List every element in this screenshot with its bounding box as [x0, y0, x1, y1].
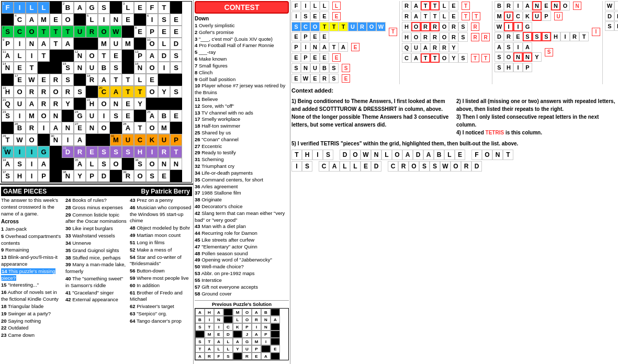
clues-columns: The answer to this week's contest crossw…: [1, 196, 192, 339]
answer-row-horrors: H O R R O R S R: [402, 22, 490, 31]
grid-cell-8-3: R: [38, 98, 50, 110]
grid-cell-4-14: S: [170, 50, 182, 62]
font-row-2: I S C A L L E D C R O S S: [291, 161, 617, 172]
grid-cell-5-10: [122, 62, 134, 74]
grid-cell-11-3: [38, 134, 50, 146]
grid-cell-2-5: T: [62, 26, 74, 38]
grid-cell-10-1: B26: [14, 122, 26, 134]
grid-cell-7-14: S: [170, 86, 182, 98]
grid-cell-4-1: L: [14, 50, 26, 62]
grid-cell-3-3: A: [38, 38, 50, 50]
grid-cell-7-8: C20: [98, 86, 110, 98]
prev-cell-5-3: L: [223, 345, 233, 352]
grid-cell-14-7: P: [86, 170, 98, 182]
prev-cell-3-1: M: [205, 331, 214, 338]
grid-cell-6-6: [74, 74, 86, 86]
grid-cell-5-0: N14: [2, 62, 14, 74]
grid-cell-12-12: I: [146, 146, 158, 158]
grid-cell-1-5: O: [62, 14, 74, 26]
context-item-2: 2) I listed all (missing one or two) ans…: [456, 97, 617, 113]
grid-cell-11-0: T29: [2, 134, 14, 146]
grid-cell-12-6: R: [74, 146, 86, 158]
prev-cell-6-3: S: [223, 352, 233, 360]
grid-cell-2-8: O: [98, 26, 110, 38]
grid-cell-11-4: N30: [50, 134, 62, 146]
grid-cell-5-8: B: [98, 62, 110, 74]
answer-col-b: R A T T L E T R A T T L E: [402, 1, 490, 84]
grid-cell-6-3: E: [38, 74, 50, 86]
grid-cell-10-2: R: [26, 122, 38, 134]
grid-cell-11-9: M31: [110, 134, 122, 146]
grid-cell-4-13: D: [158, 50, 170, 62]
grid-cell-4-7: O: [86, 50, 98, 62]
grid-cell-1-10: E: [122, 14, 134, 26]
prev-cell-0-7: B: [261, 309, 271, 316]
grid-cell-2-4: T: [50, 26, 62, 38]
prev-cell-2-6: I: [252, 323, 261, 331]
grid-cell-7-1: O: [14, 86, 26, 98]
context-item-4: 4) I noticed TETRIS is this column.: [456, 129, 617, 136]
grid-cell-8-7: H22: [86, 98, 98, 110]
prev-cell-2-4: K: [233, 323, 242, 331]
grid-cell-8-13: [158, 98, 170, 110]
col-separator: [399, 1, 400, 84]
grid-cell-4-8: T: [98, 50, 110, 62]
grid-cell-3-1: I: [14, 38, 26, 50]
grid-cell-12-0: W32: [2, 146, 14, 158]
grid-cell-9-1: I: [14, 110, 26, 122]
grid-cell-1-8: I: [98, 14, 110, 26]
grid-cell-5-4: [50, 62, 62, 74]
answer-col-a: F I L L L I S E E E: [291, 1, 397, 84]
grid-cell-14-12: S: [146, 170, 158, 182]
grid-cell-13-3: A: [38, 158, 50, 170]
grid-cell-10-7: N: [86, 122, 98, 134]
grid-cell-6-8: A: [98, 74, 110, 86]
answer-row-pinata: P I N A T A E: [291, 42, 397, 52]
prev-cell-2-5: P: [242, 323, 252, 331]
grid-cell-13-7: L: [86, 158, 98, 170]
grid-cell-9-10: E: [122, 110, 134, 122]
grid-cell-6-0: [2, 74, 14, 86]
grid-cell-8-10: E: [122, 98, 134, 110]
prev-cell-2-1: T: [205, 323, 214, 331]
grid-cell-8-5: Y: [62, 98, 74, 110]
grid-cell-5-3: [38, 62, 50, 74]
grid-cell-1-2: A: [26, 14, 38, 26]
font-word-this: T H I S: [291, 150, 333, 160]
grid-cell-12-4: [50, 146, 62, 158]
grid-cell-0-6: A: [74, 2, 86, 14]
grid-cell-7-7: [86, 86, 98, 98]
grid-cell-11-11: C: [134, 134, 146, 146]
prev-cell-0-6: A: [252, 309, 261, 316]
grid-cell-1-14: E: [170, 14, 182, 26]
prev-cell-1-1: I: [205, 316, 214, 323]
answer-row-isee: I S E E E: [291, 12, 397, 21]
answer-col-c: B R I A N E N O N M U C K U: [495, 1, 600, 84]
grid-cell-8-6: [74, 98, 86, 110]
grid-cell-13-6: A35: [74, 158, 86, 170]
prev-cell-0-1: H: [205, 309, 214, 316]
grid-cell-2-0: S7: [2, 26, 14, 38]
grid-cell-9-12: A25: [146, 110, 158, 122]
prev-cell-6-6: E: [252, 352, 261, 360]
grid-cell-11-12: K: [146, 134, 158, 146]
grid-cell-1-13: S: [158, 14, 170, 26]
grid-cell-0-3: L: [38, 2, 50, 14]
answer-col-d: W I I G I D R E S S: [605, 1, 618, 84]
grid-cell-9-6: G24: [74, 110, 86, 122]
prev-cell-3-0: [195, 331, 205, 338]
grid-cell-14-6: Y: [74, 170, 86, 182]
grid-cell-2-12: P: [146, 26, 158, 38]
context-section: Context added: 1) Being conditioned to T…: [291, 86, 617, 363]
grid-cell-8-9: N: [110, 98, 122, 110]
grid-cell-13-4: [50, 158, 62, 170]
prev-cell-5-6: P: [252, 345, 261, 352]
clue-col-2: 24 Books of rules? 28 Gross minus expens…: [65, 197, 128, 339]
grid-cell-8-12: [146, 98, 158, 110]
grid-cell-3-0: P9: [2, 38, 14, 50]
grid-cell-2-10: [122, 26, 134, 38]
prev-cell-5-2: L: [214, 345, 223, 352]
answer-row-horrors2: H O R R O R S R R: [402, 32, 490, 42]
grid-cell-5-2: T: [26, 62, 38, 74]
prev-cell-0-0: A: [195, 309, 205, 316]
